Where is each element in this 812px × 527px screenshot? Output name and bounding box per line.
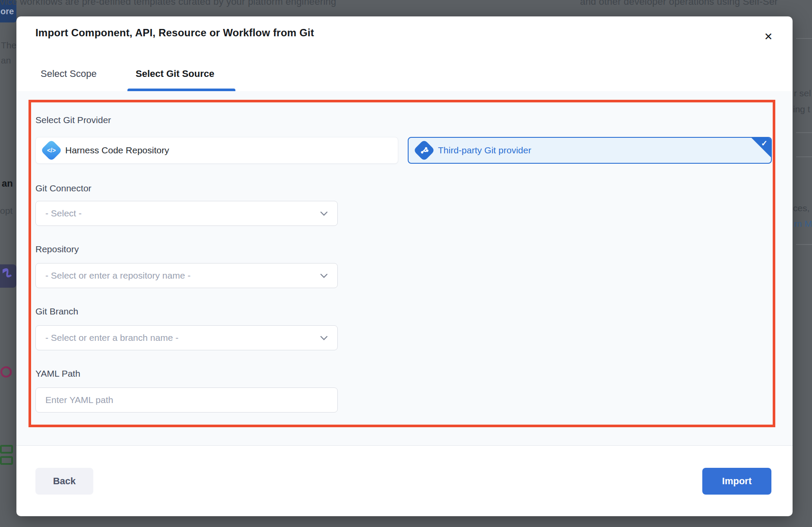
chevron-down-icon [320,273,328,278]
background-text-fragment: opt [0,206,13,216]
close-button[interactable]: ✕ [762,30,775,43]
background-text-fragment: and other developer operations using Sel… [580,0,778,7]
chevron-down-icon [320,336,328,340]
background-workflow-icon [0,264,16,288]
repository-select[interactable]: - Select or enter a repository name - [35,263,338,288]
modal-title: Import Component, API, Resource or Workf… [35,27,314,39]
background-divider [796,244,812,245]
git-source-form: Select Git Provider </> Harness Code Rep… [16,91,793,445]
tab-select-git-source[interactable]: Select Git Source [136,68,214,79]
repository-label: Repository [35,244,79,254]
background-link-fragment: rn M [794,219,812,229]
provider-card-label: Third-party Git provider [438,145,531,156]
background-text-fragment: vice workflows are pre-defined templates… [0,0,336,7]
background-list-icon [0,444,16,468]
footer-divider [16,445,793,446]
background-text-fragment: ing t [793,104,810,114]
background-text-fragment: an [1,55,11,66]
provider-card-thirdparty-git[interactable]: Third-party Git provider ✓ [408,137,772,164]
git-connector-select[interactable]: - Select - [35,201,338,226]
background-text-fragment: The [1,40,16,51]
back-button[interactable]: Back [35,468,93,495]
background-spiral-icon [0,361,16,383]
yaml-path-input[interactable] [35,387,338,413]
select-git-provider-label: Select Git Provider [35,115,111,125]
git-icon [413,140,435,162]
git-branch-label: Git Branch [35,306,78,317]
close-icon: ✕ [764,32,773,42]
import-from-git-modal: Import Component, API, Resource or Workf… [16,16,793,516]
code-repository-icon: </> [41,140,63,162]
background-divider [796,132,812,133]
background-text-fragment: ces, [793,203,810,213]
chevron-down-icon [320,211,328,216]
provider-card-label: Harness Code Repository [65,145,169,156]
git-branch-select[interactable]: - Select or enter a branch name - [35,325,338,350]
background-divider [796,156,812,157]
yaml-path-label: YAML Path [35,368,80,379]
tab-select-scope[interactable]: Select Scope [41,68,97,79]
git-connector-label: Git Connector [35,183,92,194]
background-text-fragment: r sel [794,88,811,98]
check-icon: ✓ [761,139,768,148]
background-divider [796,38,812,39]
provider-card-harness-code[interactable]: </> Harness Code Repository [35,137,398,164]
background-text-fragment: an [2,178,13,189]
import-button[interactable]: Import [702,468,771,495]
